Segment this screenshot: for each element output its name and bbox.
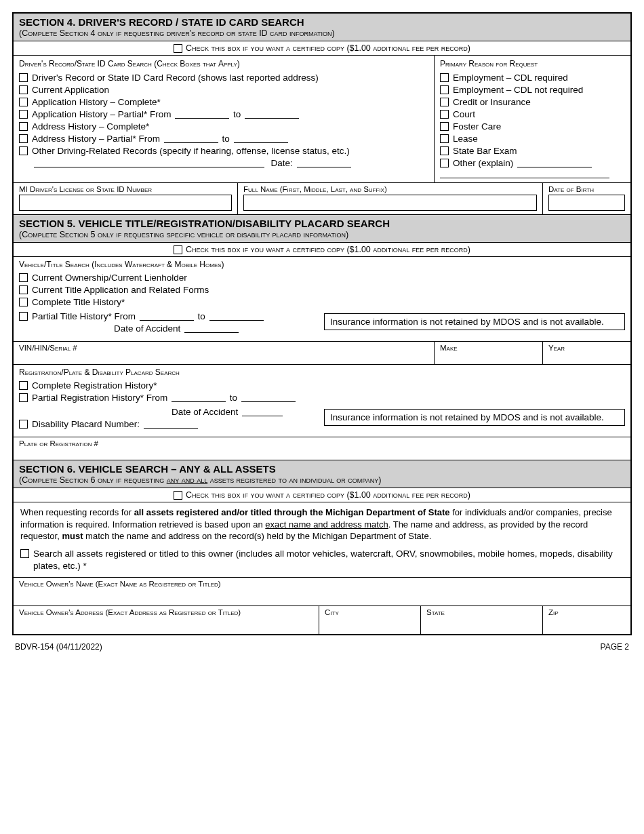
- field-make[interactable]: Make: [434, 342, 542, 364]
- checkbox[interactable]: [19, 298, 28, 306]
- check-partial-title-hist: Partial Title History* From to: [19, 311, 317, 321]
- date-blank[interactable]: [297, 159, 351, 167]
- check-partial-reg-hist: Partial Registration History* From to: [19, 393, 625, 403]
- specify-blank[interactable]: [34, 159, 264, 167]
- certified-label: Check this box if you want a certified c…: [186, 43, 470, 53]
- label: Address History – Complete*: [32, 121, 149, 132]
- doa-blank[interactable]: [184, 325, 239, 333]
- from-blank[interactable]: [164, 135, 218, 143]
- check-complete-reg-hist: Complete Registration History*: [19, 380, 625, 391]
- certified-label: Check this box if you want a certified c…: [186, 490, 470, 500]
- from-blank[interactable]: [140, 313, 194, 321]
- certified-checkbox[interactable]: [174, 491, 182, 500]
- sub-a: (Complete Section 6: [19, 475, 95, 485]
- input-box[interactable]: [548, 195, 625, 211]
- field-owner-address[interactable]: Vehicle Owner's Address (Exact Address a…: [14, 606, 319, 634]
- section-5-title: SECTION 5. VEHICLE TITLE/REGISTRATION/DI…: [19, 218, 625, 229]
- label-from: Partial Title History* From: [32, 311, 136, 321]
- label-to: to: [222, 134, 230, 144]
- checkbox[interactable]: [19, 85, 28, 94]
- field-year[interactable]: Year: [542, 342, 630, 364]
- label: Credit or Insurance: [453, 97, 531, 107]
- certified-checkbox[interactable]: [174, 44, 182, 53]
- label: Complete Title History*: [32, 297, 125, 307]
- section-4-body: Driver's Record/State ID Card Search (Ch…: [14, 56, 630, 183]
- section-6-title: SECTION 6. VEHICLE SEARCH – ANY & ALL AS…: [19, 463, 625, 475]
- checkbox[interactable]: [19, 110, 28, 119]
- checkbox[interactable]: [440, 159, 449, 167]
- label: State Bar Exam: [453, 146, 517, 156]
- placard-blank[interactable]: [144, 420, 198, 429]
- doa-row: Date of Accident: [19, 323, 317, 334]
- field-state[interactable]: State: [420, 606, 542, 634]
- check-other-records: Other Driving-Related Records (specify i…: [19, 146, 428, 156]
- p-d: exact name and address match: [265, 519, 388, 530]
- checkbox[interactable]: [440, 146, 449, 155]
- field-vin[interactable]: VIN/HIN/Serial #: [14, 342, 434, 364]
- explain-blank[interactable]: [517, 159, 592, 167]
- p-g: match the name and address on the record…: [83, 531, 432, 541]
- input-box[interactable]: [243, 195, 537, 211]
- doa-blank[interactable]: [242, 408, 283, 416]
- sub-b: only if requesting specific vehicle or d…: [95, 230, 348, 239]
- label-from: Address History – Partial* From: [32, 134, 160, 144]
- explain-line2[interactable]: [440, 178, 609, 178]
- insurance-note: Insurance information is not retained by…: [324, 313, 625, 330]
- label: Year: [548, 344, 565, 352]
- to-blank[interactable]: [234, 135, 288, 143]
- check-credit-insurance: Credit or Insurance: [440, 97, 625, 107]
- field-zip[interactable]: Zip: [542, 606, 630, 634]
- field-city[interactable]: City: [319, 606, 420, 634]
- section-6-fields-1: Vehicle Owner's Name (Exact Name as Regi…: [14, 578, 630, 606]
- checkbox[interactable]: [440, 73, 449, 82]
- checkbox[interactable]: [19, 98, 28, 106]
- form-container: SECTION 4. DRIVER'S RECORD / STATE ID CA…: [12, 12, 632, 635]
- checkbox[interactable]: [440, 122, 449, 131]
- checkbox[interactable]: [19, 285, 28, 294]
- checkbox[interactable]: [20, 549, 29, 558]
- checkbox[interactable]: [19, 73, 28, 82]
- checkbox[interactable]: [440, 85, 449, 94]
- checkbox[interactable]: [19, 312, 28, 321]
- checkbox[interactable]: [19, 381, 28, 390]
- to-blank[interactable]: [241, 394, 296, 402]
- field-full-name: Full Name (First, Middle, Last, and Suff…: [237, 183, 542, 215]
- checkbox[interactable]: [19, 273, 28, 282]
- checkbox[interactable]: [19, 146, 28, 155]
- check-current-title-app: Current Title Application and Related Fo…: [19, 285, 625, 295]
- checkbox[interactable]: [440, 134, 449, 143]
- section-5-subtitle: (Complete Section 5 only if requesting s…: [19, 230, 625, 239]
- checkbox[interactable]: [19, 420, 28, 429]
- checkbox[interactable]: [19, 393, 28, 402]
- label: VIN/HIN/Serial #: [19, 344, 77, 352]
- certified-checkbox[interactable]: [174, 245, 182, 254]
- checkbox[interactable]: [440, 110, 449, 119]
- checkbox[interactable]: [19, 134, 28, 143]
- label: Employment – CDL required: [453, 73, 568, 83]
- from-blank[interactable]: [175, 111, 229, 119]
- label: Date of Birth: [548, 185, 625, 193]
- label: Current Application: [32, 85, 109, 95]
- input-box[interactable]: [19, 195, 232, 211]
- check-driver-record: Driver's Record or State ID Card Record …: [19, 73, 428, 83]
- from-blank[interactable]: [172, 394, 226, 402]
- field-dob: Date of Birth: [542, 183, 630, 215]
- section-6-header: SECTION 6. VEHICLE SEARCH – ANY & ALL AS…: [14, 460, 630, 488]
- checkbox[interactable]: [440, 98, 449, 106]
- check-state-bar: State Bar Exam: [440, 146, 625, 156]
- label: Current Title Application and Related Fo…: [32, 285, 209, 295]
- field-plate-reg[interactable]: Plate or Registration #: [14, 437, 630, 460]
- checkbox[interactable]: [19, 122, 28, 131]
- label: Court: [453, 109, 475, 119]
- check-lease: Lease: [440, 134, 625, 144]
- label-from: Partial Registration History* From: [32, 393, 167, 403]
- check-app-hist-complete: Application History – Complete*: [19, 97, 428, 107]
- label-to: to: [198, 311, 205, 321]
- certified-label: Check this box if you want a certified c…: [186, 245, 470, 254]
- left-title: Driver's Record/State ID Card Search (Ch…: [19, 59, 428, 68]
- doa-row-2: Date of Accident: [19, 407, 317, 417]
- page-number: PAGE 2: [601, 642, 629, 652]
- field-owner-name[interactable]: Vehicle Owner's Name (Exact Name as Regi…: [14, 578, 630, 605]
- to-blank[interactable]: [209, 313, 264, 321]
- to-blank[interactable]: [245, 111, 299, 119]
